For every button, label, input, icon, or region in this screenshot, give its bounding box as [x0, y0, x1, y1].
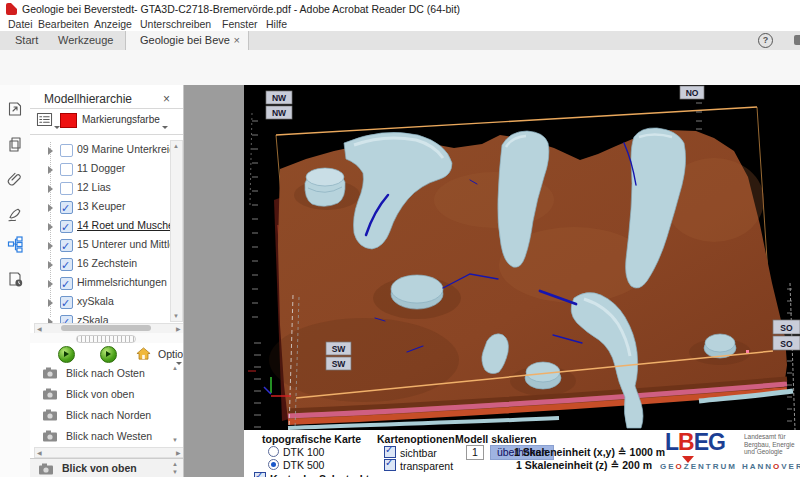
visibility-checkbox[interactable] — [60, 220, 73, 233]
chevron-right-icon[interactable] — [48, 299, 57, 307]
visibility-checkbox[interactable] — [60, 258, 73, 271]
tab-document[interactable]: Geologie bei Bevers... × — [125, 31, 249, 50]
tree-item[interactable]: 12 Lias — [40, 178, 184, 197]
chevron-right-icon[interactable] — [48, 261, 57, 269]
compass-nw-label: NW — [272, 93, 287, 103]
views-horizontal-scrollbar[interactable]: ◀▶ — [34, 447, 184, 458]
transparent-label: transparent — [400, 460, 453, 472]
view-list-item[interactable]: Blick nach Norden — [34, 405, 183, 426]
chevron-right-icon[interactable] — [48, 204, 57, 212]
view-list-item[interactable]: Blick von oben — [34, 384, 183, 405]
home-view-icon[interactable] — [136, 346, 151, 361]
view-list-item[interactable]: Blick nach Westen — [34, 426, 183, 447]
signatures-icon[interactable] — [6, 205, 24, 223]
tree-item-label: 11 Dogger — [77, 159, 125, 178]
help-icon[interactable]: ? — [758, 33, 773, 48]
window-title: Geologie bei Beverstedt- GTA3D-C2718-Bre… — [22, 0, 460, 18]
layers-info-icon[interactable] — [6, 270, 24, 288]
visibility-checkbox[interactable] — [60, 277, 73, 290]
row-scroll-down[interactable]: ▼ — [172, 463, 178, 477]
camera-icon — [42, 387, 59, 401]
tree-item[interactable]: xySkala — [40, 292, 184, 311]
previous-view-button[interactable] — [58, 346, 75, 363]
tab-document-label: Geologie bei Bevers... — [140, 31, 230, 50]
attachments-icon[interactable] — [6, 170, 24, 188]
camera-icon — [42, 366, 59, 380]
model-tree-icon-active[interactable] — [6, 235, 24, 253]
view-list-item[interactable]: Blick nach Osten — [34, 363, 183, 384]
view-label: Blick von oben — [66, 384, 134, 405]
menu-anzeige[interactable]: Anzeige — [94, 18, 132, 31]
radio-dtk500[interactable]: DTK 500 — [268, 459, 324, 471]
salt-map-label: Karte der Salzstrukturen — [270, 473, 392, 477]
menu-fenster[interactable]: Fenster — [222, 18, 258, 31]
svg-text:SO: SO — [780, 339, 793, 349]
svg-text:SW: SW — [332, 359, 347, 369]
next-view-button[interactable] — [100, 346, 117, 363]
tree-item-label: 16 Zechstein — [77, 254, 137, 273]
tree-item-label: 13 Keuper — [77, 197, 125, 216]
tree-item[interactable]: Himmelsrichtungen — [40, 273, 184, 292]
model-scale-header: Modell skalieren — [455, 433, 537, 445]
visible-label: sichtbar — [400, 447, 437, 459]
tab-close-icon[interactable]: × — [234, 31, 240, 50]
radio-icon[interactable] — [268, 446, 279, 457]
views-scroll-up[interactable]: ▲ — [172, 365, 178, 371]
panel-close-icon[interactable]: × — [163, 92, 170, 106]
tree-item-label: 09 Marine Unterkreide — [77, 140, 181, 159]
navigation-pane-strip — [0, 85, 31, 477]
tree-item[interactable]: 11 Dogger — [40, 159, 184, 178]
lbeg-letter-b: B — [678, 429, 694, 455]
compass-so-label: SO — [780, 323, 793, 333]
scale-note-xy: 1 Skaleneinheit (x,y) ≙ 1000 m — [514, 446, 652, 458]
3d-model-viewport[interactable]: NW NW NO SW SW SO SO — [244, 85, 800, 430]
menu-bearbeiten[interactable]: Bearbeiten — [38, 18, 89, 31]
chevron-right-icon[interactable] — [48, 147, 57, 155]
visibility-checkbox[interactable] — [60, 239, 73, 252]
tree-item[interactable]: 16 Zechstein — [40, 254, 184, 273]
visibility-checkbox[interactable] — [60, 296, 73, 309]
visibility-checkbox[interactable] — [60, 144, 73, 157]
tree-options-icon[interactable] — [36, 112, 53, 127]
notification-icon[interactable] — [794, 35, 800, 45]
scale-value-input[interactable]: 1 — [466, 445, 484, 460]
chevron-right-icon[interactable] — [48, 185, 57, 193]
tree-vertical-scrollbar[interactable]: ▲▼ — [170, 140, 183, 322]
menu-hilfe[interactable]: Hilfe — [266, 18, 287, 31]
marker-color-swatch[interactable] — [60, 113, 77, 128]
visibility-checkbox[interactable] — [60, 163, 73, 176]
tree-item[interactable]: 15 Unterer und Mittlerer Bur — [40, 235, 184, 254]
view-label: Blick nach Westen — [66, 426, 152, 447]
tree-item-label: 14 Roet und Muschelkalk — [77, 216, 184, 235]
radio-icon-selected[interactable] — [268, 459, 279, 470]
tab-werkzeuge[interactable]: Werkzeuge — [58, 31, 113, 50]
tree-item-label: xySkala — [77, 292, 114, 311]
chevron-right-icon[interactable] — [48, 242, 57, 250]
tree-item[interactable]: 13 Keuper — [40, 197, 184, 216]
chevron-right-icon[interactable] — [48, 223, 57, 231]
menu-unterschreiben[interactable]: Unterschreiben — [140, 18, 211, 31]
chevron-right-icon[interactable] — [48, 166, 57, 174]
views-scroll-down[interactable]: ▼ — [172, 437, 178, 443]
page-thumbnails-icon[interactable] — [6, 135, 24, 153]
transparent-checkbox-row[interactable]: transparent — [384, 459, 453, 472]
chevron-right-icon[interactable] — [48, 280, 57, 288]
marker-color-label[interactable]: Markierungsfarbe — [82, 114, 160, 125]
radio-dtk100[interactable]: DTK 100 — [268, 446, 324, 458]
visibility-checkbox[interactable] — [60, 201, 73, 214]
topo-map-header: topografische Karte — [262, 433, 361, 445]
tree-item-selected[interactable]: 14 Roet und Muschelkalk — [40, 216, 184, 235]
active-view-row[interactable]: Blick von oben ▲ ▼ — [30, 458, 183, 477]
checkbox-checked-icon[interactable] — [254, 472, 266, 477]
export-pdf-icon[interactable] — [6, 100, 24, 118]
visibility-checkbox[interactable] — [60, 182, 73, 195]
salt-map-checkbox-row[interactable]: Karte der Salzstrukturen — [254, 472, 392, 477]
geozentrum-text: GEOZENTRUMHANNOVER — [660, 462, 800, 471]
tab-start[interactable]: Start — [15, 31, 38, 50]
tree-item[interactable]: 09 Marine Unterkreide — [40, 140, 184, 159]
tab-bar: Start Werkzeuge Geologie bei Bevers... × — [0, 31, 800, 51]
menu-datei[interactable]: Datei — [8, 18, 33, 31]
checkbox-checked-icon[interactable] — [384, 459, 396, 471]
panel-splitter[interactable] — [30, 333, 183, 343]
view-label: Blick nach Osten — [66, 363, 145, 384]
